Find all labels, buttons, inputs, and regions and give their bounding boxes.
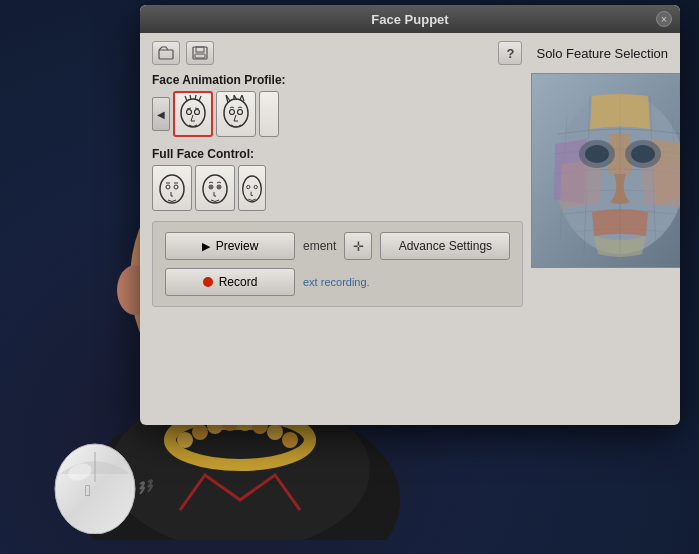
toolbar: ? Solo Feature Selection [152, 41, 668, 65]
svg-point-10 [267, 424, 283, 440]
face-thumb-2[interactable] [216, 91, 256, 137]
svg-point-41 [187, 110, 192, 115]
record-button[interactable]: Record [165, 268, 295, 296]
preview-row: ▶ Preview ement ✛ Advance Settings [165, 232, 510, 260]
help-button[interactable]: ? [498, 41, 522, 65]
magic-mouse:  [30, 434, 160, 534]
svg-point-5 [192, 424, 208, 440]
svg-point-71 [631, 145, 655, 163]
left-panel: Face Animation Profile: ◀ [152, 73, 523, 307]
dialog-title: Face Puppet [371, 12, 448, 27]
svg-point-60 [254, 185, 257, 188]
full-face-row [152, 165, 523, 211]
svg-point-53 [203, 175, 227, 203]
close-button[interactable]: × [656, 11, 672, 27]
svg-rect-32 [159, 50, 173, 59]
face-icon-1 [177, 95, 209, 133]
advance-settings-button[interactable]: Advance Settings [380, 232, 510, 260]
svg-point-50 [174, 185, 178, 189]
svg-point-58 [243, 176, 262, 202]
svg-point-46 [230, 110, 235, 115]
face-icon-2 [220, 95, 252, 133]
preview-button[interactable]: ▶ Preview [165, 232, 295, 260]
face-puppet-dialog: Face Puppet × ? Solo Feature Selection [140, 5, 680, 425]
svg-point-56 [210, 186, 212, 188]
record-label: Record [219, 275, 258, 289]
face-thumb-selected[interactable] [173, 91, 213, 137]
full-face-thumb-1[interactable] [152, 165, 192, 211]
preview-label: Preview [216, 239, 259, 253]
full-face-thumb-2[interactable] [195, 165, 235, 211]
svg-text::  [85, 482, 91, 499]
recording-status: ext recording. [303, 276, 510, 288]
svg-rect-34 [196, 47, 204, 52]
refresh-button[interactable] [679, 78, 680, 100]
svg-point-42 [195, 110, 200, 115]
cross-button[interactable]: ✛ [344, 232, 372, 260]
svg-point-47 [238, 110, 243, 115]
cross-icon: ✛ [353, 239, 364, 254]
full-face-icon-2 [199, 169, 231, 207]
mouse-svg:  [30, 434, 160, 534]
face-animation-label: Face Animation Profile: [152, 73, 523, 87]
dialog-titlebar: Face Puppet × [140, 5, 680, 33]
face-3d-preview [531, 73, 680, 268]
prev-profile-button[interactable]: ◀ [152, 97, 170, 131]
save-button[interactable] [186, 41, 214, 65]
svg-line-37 [185, 96, 187, 101]
face-3d-svg [532, 74, 680, 268]
svg-point-36 [181, 99, 205, 127]
movement-text: ement [303, 239, 336, 253]
face-profile-row: ◀ [152, 91, 523, 137]
main-content: Face Animation Profile: ◀ [152, 73, 668, 307]
svg-line-44 [195, 108, 199, 109]
preview-play-icon: ▶ [202, 240, 210, 253]
svg-point-49 [166, 185, 170, 189]
full-face-label: Full Face Control: [152, 147, 523, 161]
full-face-icon-3 [239, 169, 265, 207]
solo-feature-label: Solo Feature Selection [536, 46, 668, 61]
svg-line-40 [199, 96, 201, 101]
save-icon [192, 46, 208, 60]
svg-line-43 [187, 108, 191, 109]
full-face-thumb-3[interactable] [238, 165, 266, 211]
right-panel [531, 73, 680, 307]
svg-point-70 [585, 145, 609, 163]
record-row: Record ext recording. [165, 268, 510, 296]
svg-point-57 [218, 186, 220, 188]
svg-point-45 [224, 99, 248, 127]
svg-rect-35 [195, 54, 205, 58]
svg-point-48 [160, 175, 184, 203]
face-thumb-3-partial[interactable] [259, 91, 279, 137]
dialog-body: ? Solo Feature Selection Face Animation … [140, 33, 680, 315]
svg-point-4 [177, 432, 193, 448]
svg-point-59 [247, 185, 250, 188]
open-folder-icon [158, 46, 174, 60]
full-face-icon-1 [156, 169, 188, 207]
svg-point-11 [282, 432, 298, 448]
bottom-panel: ▶ Preview ement ✛ Advance Settings Recor… [152, 221, 523, 307]
record-dot-icon [203, 277, 213, 287]
open-button[interactable] [152, 41, 180, 65]
